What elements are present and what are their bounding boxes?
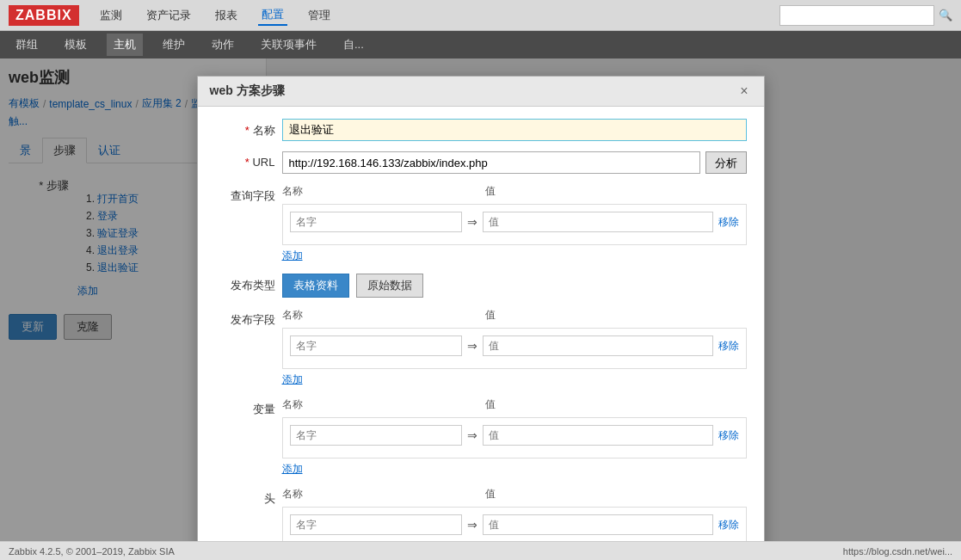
logo: ZABBIX xyxy=(9,5,79,26)
nav-item-config[interactable]: 配置 xyxy=(258,5,287,26)
subnav-templates[interactable]: 模板 xyxy=(58,34,94,56)
subnav-auto[interactable]: 自... xyxy=(336,34,371,56)
page-area: web监测 有模板 / template_cs_linux / 应用集 2 / … xyxy=(0,58,961,541)
url-input[interactable] xyxy=(282,151,700,174)
hdr-col-value: 值 xyxy=(485,487,496,502)
post-fields-section: 发布字段 名称 值 ⇒ 移除 xyxy=(215,308,747,387)
sub-nav: 群组 模板 主机 维护 动作 关联项事件 自... xyxy=(0,31,961,58)
post-remove-btn[interactable]: 移除 xyxy=(718,339,739,354)
hdr-col-name: 名称 xyxy=(282,487,454,502)
variables-section: 变量 名称 值 ⇒ 移除 xyxy=(215,397,747,477)
var-add-link[interactable]: 添加 xyxy=(282,462,303,477)
post-type-row: 发布类型 表格资料 原始数据 xyxy=(215,274,747,298)
query-name-input[interactable] xyxy=(290,212,462,232)
post-name-input[interactable] xyxy=(290,335,462,356)
modal-close-button[interactable]: × xyxy=(736,83,751,99)
search-bar: 🔍 xyxy=(779,5,952,26)
hdr-input-row: ⇒ 移除 xyxy=(290,514,739,535)
subnav-hosts[interactable]: 主机 xyxy=(107,34,143,56)
var-col-name: 名称 xyxy=(282,397,454,412)
subnav-maintenance[interactable]: 维护 xyxy=(156,34,192,56)
post-header-row: 名称 值 xyxy=(282,308,747,323)
analyze-button[interactable]: 分析 xyxy=(705,151,747,174)
name-input[interactable] xyxy=(282,119,747,141)
post-type-label: 发布类型 xyxy=(215,278,275,293)
query-col-name: 名称 xyxy=(282,184,454,199)
var-input-row: ⇒ 移除 xyxy=(290,425,739,446)
search-input[interactable] xyxy=(779,5,934,26)
subnav-actions[interactable]: 动作 xyxy=(205,34,241,56)
variables-label: 变量 xyxy=(215,397,275,417)
hdr-remove-btn[interactable]: 移除 xyxy=(718,518,739,532)
hdr-arrow-icon: ⇒ xyxy=(467,518,477,532)
headers-content: 名称 值 ⇒ 移除 xyxy=(282,487,747,541)
query-value-input[interactable] xyxy=(483,212,713,232)
arrow-icon: ⇒ xyxy=(467,215,477,229)
top-nav: ZABBIX 监测 资产记录 报表 配置 管理 🔍 xyxy=(0,0,961,31)
nav-item-monitor[interactable]: 监测 xyxy=(96,6,126,25)
modal-backdrop: web 方案步骤 × 名称 URL 分析 xyxy=(0,58,961,541)
url-field-group: 分析 xyxy=(282,151,747,174)
post-input-row: ⇒ 移除 xyxy=(290,335,739,356)
hdr-name-input[interactable] xyxy=(290,514,462,535)
var-remove-btn[interactable]: 移除 xyxy=(718,428,739,443)
post-fields-content: 名称 值 ⇒ 移除 添加 xyxy=(282,308,747,387)
hdr-header-row: 名称 值 xyxy=(282,487,747,502)
var-col-value: 值 xyxy=(485,397,496,412)
modal-title: web 方案步骤 xyxy=(210,83,285,99)
post-value-input[interactable] xyxy=(483,335,713,356)
name-row: 名称 xyxy=(215,119,747,141)
var-header-row: 名称 值 xyxy=(282,397,747,412)
post-arrow-icon: ⇒ xyxy=(467,339,477,353)
modal: web 方案步骤 × 名称 URL 分析 xyxy=(197,76,765,541)
variables-content: 名称 值 ⇒ 移除 添加 xyxy=(282,397,747,477)
query-remove-btn[interactable]: 移除 xyxy=(718,215,739,230)
subnav-correlation[interactable]: 关联项事件 xyxy=(254,34,323,56)
post-add-link[interactable]: 添加 xyxy=(282,372,303,387)
var-arrow-icon: ⇒ xyxy=(467,428,477,442)
query-input-row: ⇒ 移除 xyxy=(290,212,739,232)
var-value-input[interactable] xyxy=(483,425,713,446)
query-fields-content: 名称 值 ⇒ 移除 添加 xyxy=(282,184,747,263)
headers-label: 头 xyxy=(215,487,275,507)
post-col-value: 值 xyxy=(485,308,496,323)
name-label: 名称 xyxy=(215,119,275,138)
nav-item-admin[interactable]: 管理 xyxy=(305,6,334,25)
post-type-form-btn[interactable]: 表格资料 xyxy=(282,274,349,298)
subnav-groups[interactable]: 群组 xyxy=(9,34,45,56)
query-col-value: 值 xyxy=(485,184,496,199)
url-row: URL 分析 xyxy=(215,151,747,174)
query-fields-label: 查询字段 xyxy=(215,184,275,204)
post-col-name: 名称 xyxy=(282,308,454,323)
post-type-raw-btn[interactable]: 原始数据 xyxy=(356,274,423,298)
var-name-input[interactable] xyxy=(290,425,462,446)
headers-section: 头 名称 值 ⇒ 移除 xyxy=(215,487,747,541)
query-add-link[interactable]: 添加 xyxy=(282,249,303,263)
hdr-value-input[interactable] xyxy=(483,514,713,535)
nav-item-assets[interactable]: 资产记录 xyxy=(143,6,194,25)
query-header-row: 名称 值 xyxy=(282,184,747,199)
modal-body: 名称 URL 分析 查询字段 名称 xyxy=(198,107,764,541)
query-fields-section: 查询字段 名称 值 ⇒ 移除 xyxy=(215,184,747,263)
modal-header: web 方案步骤 × xyxy=(198,77,764,107)
nav-item-reports[interactable]: 报表 xyxy=(212,6,241,25)
url-label: URL xyxy=(215,151,275,169)
search-icon[interactable]: 🔍 xyxy=(939,9,952,22)
post-fields-label: 发布字段 xyxy=(215,308,275,328)
